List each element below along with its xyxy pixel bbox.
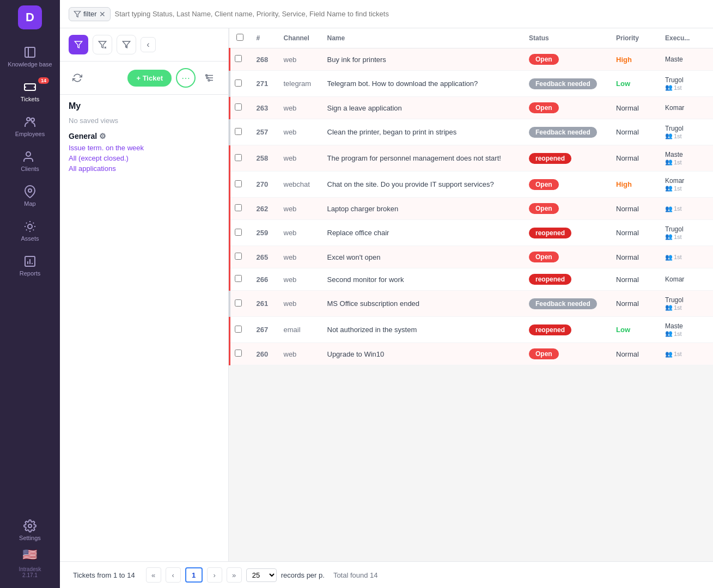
row-checkbox[interactable] [235,204,242,211]
left-panel: ‹ + Ticket ⋯ [60,28,229,561]
columns-btn[interactable] [200,68,220,88]
row-id: 270 [250,171,277,198]
row-name[interactable]: Not authorized in the system [321,317,523,343]
nav-link-all-except-closed[interactable]: All (except closed.) [60,153,228,163]
row-name[interactable]: Sign a leave application [321,97,523,119]
status-badge: Open [529,179,559,190]
col-name[interactable]: Name [321,28,523,48]
select-all-checkbox[interactable] [236,34,243,41]
svg-point-14 [28,524,32,528]
row-name[interactable]: MS Office subscription ended [321,291,523,317]
row-name[interactable]: Chat on the site. Do you provide IT supp… [321,171,523,198]
sidebar-item-reports[interactable]: Reports [0,248,60,283]
row-checkbox[interactable] [235,253,242,260]
people-icon [23,115,36,128]
row-executor: 👥 1st [659,246,713,268]
sidebar-item-settings[interactable]: Settings [19,513,41,548]
row-name[interactable]: Clean the printer, began to print in str… [321,119,523,145]
row-checkbox[interactable] [235,275,242,282]
row-name[interactable]: Excel won't open [321,246,523,268]
back-btn[interactable]: ‹ [141,37,156,52]
row-channel: telegram [277,71,321,97]
clear-filter-btn[interactable] [93,35,112,54]
table-row: 270 webchat Chat on the site. Do you pro… [230,171,714,198]
active-filter-btn[interactable] [69,35,88,54]
table-row: 265 web Excel won't open Open Normal 👥 1… [230,246,714,268]
row-priority: Normal [610,220,659,246]
status-badge: Open [529,252,559,262]
row-name[interactable]: Laptop charger broken [321,198,523,220]
sidebar-item-map[interactable]: Map [0,179,60,213]
refresh-icon [72,73,82,83]
status-badge: Feedback needed [529,78,597,89]
new-ticket-btn[interactable]: + Ticket [127,70,172,87]
row-priority: Normal [610,119,659,145]
filter-close-btn[interactable]: ✕ [99,10,106,19]
row-checkbox[interactable] [235,350,242,357]
row-checkbox[interactable] [235,326,242,333]
row-name[interactable]: The program for personnel management doe… [321,145,523,171]
col-priority[interactable]: Priority [610,28,659,48]
svg-rect-0 [25,47,35,57]
row-checkbox[interactable] [235,299,242,307]
nav-link-all-applications[interactable]: All applications [60,163,228,174]
row-checkbox[interactable] [235,128,242,135]
row-name[interactable]: Telegram bot. How to download the applic… [321,71,523,97]
row-name[interactable]: Upgrade to Win10 [321,343,523,365]
row-checkbox[interactable] [235,154,242,161]
row-priority: Low [610,317,659,343]
more-options-btn[interactable]: ⋯ [176,68,196,88]
row-checkbox-cell [230,198,250,220]
row-name[interactable]: Replace office chair [321,220,523,246]
row-checkbox-cell [230,145,250,171]
svg-point-6 [31,118,34,121]
sidebar-item-clients[interactable]: Clients [0,144,60,179]
row-status: Feedback needed [522,291,610,317]
row-channel: web [277,119,321,145]
row-executor: 👥 1st [659,198,713,220]
col-status[interactable]: Status [522,28,610,48]
table-footer: Tickets from 1 to 14 « ‹ 1 › » 2550100 r… [60,561,713,588]
status-badge: reopened [529,153,571,164]
col-channel[interactable]: Channel [277,28,321,48]
map-icon [23,185,36,198]
row-checkbox[interactable] [235,229,242,236]
row-name[interactable]: Second monitor for work [321,268,523,291]
svg-point-27 [208,79,210,81]
table-row: 271 telegram Telegram bot. How to downlo… [230,71,714,97]
sidebar-item-tickets[interactable]: 14 Tickets [0,74,60,109]
refresh-btn[interactable] [69,69,86,87]
table-row: 263 web Sign a leave application Open No… [230,97,714,119]
book-icon [23,46,36,59]
first-page-btn[interactable]: « [146,567,161,583]
row-executor: Trugol 👥 1st [659,119,713,145]
row-checkbox[interactable] [235,180,242,187]
row-checkbox[interactable] [235,79,242,87]
last-page-btn[interactable]: » [227,567,242,583]
row-status: Open [522,343,610,365]
prev-page-btn[interactable]: ‹ [166,567,181,583]
row-name[interactable]: Buy ink for printers [321,48,523,71]
filter-tag[interactable]: filter ✕ [69,7,111,21]
app-version: Intradesk 2.17.1 [19,562,41,583]
save-filter-btn[interactable] [117,35,136,54]
row-checkbox[interactable] [235,103,242,111]
row-channel: web [277,343,321,365]
nav-link-issue-term[interactable]: Issue term. on the week [60,143,228,153]
row-status: reopened [522,220,610,246]
col-executor[interactable]: Execu... [659,28,713,48]
general-settings-icon[interactable]: ⚙ [99,132,106,140]
next-page-btn[interactable]: › [207,567,222,583]
sidebar-item-employees[interactable]: Employees [0,109,60,144]
ticket-table-container: # Channel Name Status Priority Execu... … [229,28,713,561]
sidebar-item-knowledge-base[interactable]: Knowledge base [0,39,60,74]
row-checkbox-cell [230,119,250,145]
row-checkbox-cell [230,343,250,365]
row-executor: Komar [659,268,713,291]
row-checkbox-cell [230,246,250,268]
search-input[interactable] [115,10,704,18]
row-checkbox[interactable] [235,55,242,62]
per-page-select[interactable]: 2550100 [246,568,277,582]
sidebar-item-assets[interactable]: Assets [0,213,60,248]
records-per-page-label: records per p. [281,571,325,579]
